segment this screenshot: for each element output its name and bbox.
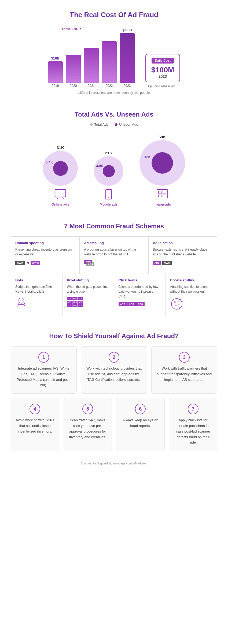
- fraud-card-bots: Bots Scripts that generate fake views, i…: [11, 274, 62, 316]
- svg-rect-0: [55, 189, 66, 197]
- fraud-card-pixel: Pixel stuffing When the ad gets placed i…: [62, 274, 114, 316]
- pixel-icon: ADS ADS ADS ADS ADS ADS ADS ADS ADS: [67, 297, 109, 307]
- daily-cost-panel: Daily Cost $100M 2023 Up from $44M in 20…: [145, 54, 180, 88]
- bar-2022: [102, 41, 117, 83]
- bar-year-2020: 2020: [70, 84, 77, 88]
- bar-wrap: $18B 2019: [48, 56, 63, 88]
- sources-note: Sources: trafficguard.ai, instapage.com,…: [0, 456, 228, 473]
- shield-num-6: 6: [135, 404, 146, 414]
- www-box-2: WWW: [31, 261, 40, 265]
- inapp-outer-label: 69K: [159, 135, 166, 139]
- fraud-bottom-grid: Bots Scripts that generate fake views, i…: [11, 274, 217, 316]
- clickfarms-icon: ADS ADS ADS: [119, 302, 161, 306]
- shield-card-5: 5 Scan traffic 24/7, make sure you have …: [64, 398, 112, 451]
- inapp-circle-container: 12K: [139, 140, 185, 186]
- ads-stack-box-2: ADS: [86, 262, 94, 266]
- online-outer-label: 31K: [57, 145, 64, 150]
- daily-cost-tag: Daily Cost: [152, 58, 174, 64]
- shield-bottom-grid: 4 Avoid working with SSPs that sell undi…: [11, 398, 217, 451]
- inapp-icon: [156, 189, 169, 201]
- injection-desc: Browser extensions that illegally place …: [153, 247, 213, 257]
- bots-title: Bots: [15, 278, 58, 282]
- clickfarms-desc: Clicks are performed by low-paid workers…: [119, 284, 161, 299]
- bots-desc: Scripts that generate fake views, instal…: [15, 284, 58, 294]
- bar-year-2023: 2023: [124, 84, 131, 88]
- pixel-title: Pixel stuffing: [67, 278, 109, 282]
- daily-cost-card: Daily Cost $100M 2023: [145, 54, 180, 82]
- stacking-icon: ADS ADS: [84, 260, 144, 269]
- bar-label-2023: $36 B: [123, 28, 132, 32]
- shield-text-6: Always keep an eye on fraud reports.: [121, 418, 160, 429]
- fraud-card-domain: Domain spoofing Presenting cheap invento…: [11, 237, 80, 274]
- chart-wrapper: 17.8% CAGR $18B 2019 2020: [48, 27, 135, 88]
- fraud-card-cookie: Cookie stuffing Attaching cookies to use…: [166, 274, 217, 316]
- ads-group-mobile: 21K 3.9K Mobile ads: [94, 151, 123, 206]
- injection-icon: ADS WWW: [153, 260, 213, 265]
- grid-cell: ADS: [78, 301, 83, 304]
- grid-cell: ADS: [72, 304, 78, 307]
- online-circle-outer: [43, 151, 78, 186]
- ads-triple-1: ADS: [119, 302, 127, 306]
- cookie-desc: Attaching cookies to users without their…: [170, 284, 213, 294]
- ads-group-online: 31K 5.4K Online ads: [43, 145, 78, 206]
- bar-label-2022: [109, 36, 110, 40]
- sources-text: Sources: trafficguard.ai, instapage.com,…: [81, 462, 148, 465]
- shield-num-7: 7: [188, 404, 198, 414]
- bar-wrap: 2021: [84, 43, 99, 88]
- fraud-card-injection: Ad injection Browser extensions that ill…: [149, 237, 217, 274]
- shield-card-1: 1 Integrate ad scanners IAS, White Ops, …: [11, 346, 77, 394]
- shield-num-1: 1: [38, 352, 49, 363]
- svg-line-17: [24, 304, 25, 307]
- cost-title: The Real Cost Of Ad Fraud: [16, 11, 212, 19]
- bar-year-2021: 2021: [88, 84, 95, 88]
- svg-point-26: [178, 304, 179, 305]
- legend-label-unseen: Unseen Ads: [119, 122, 138, 126]
- shield-card-3: 3 Work with traffic partners that suppor…: [151, 346, 217, 394]
- svg-line-16: [18, 304, 19, 307]
- mobile-circle-container: 3.9K: [94, 156, 123, 186]
- grid-cell: ADS: [72, 297, 78, 300]
- mobile-circle-inner: [103, 165, 115, 177]
- daily-cost-year: 2023: [151, 74, 174, 79]
- svg-rect-10: [163, 195, 166, 197]
- legend-unseen: Unseen Ads: [115, 122, 138, 126]
- svg-rect-8: [163, 191, 166, 194]
- shield-card-2: 2 Work with technology providers that us…: [81, 346, 147, 394]
- bar-wrap: 2020: [66, 50, 81, 88]
- triple-ads: ADS ADS ADS: [119, 302, 161, 306]
- fraud-card-stacking: Ad stacking A program adds a layer on to…: [80, 237, 148, 274]
- grid-cell: ADS: [78, 304, 83, 307]
- www-box-1: WWW: [15, 261, 25, 265]
- legend-label-total: Total Ads: [94, 122, 109, 126]
- shield-title: How To Shield Yourself Against Ad Fraud?: [11, 332, 217, 340]
- inapp-type-label: In-app ads: [153, 202, 171, 206]
- pixel-grid: ADS ADS ADS ADS ADS ADS ADS ADS ADS: [67, 297, 83, 307]
- shield-card-6: 6 Always keep an eye on fraud reports.: [116, 398, 165, 451]
- svg-rect-7: [159, 191, 162, 194]
- shield-text-1: Integrate ad scanners IAS, White Ops, TM…: [15, 366, 72, 388]
- shield-top-grid: 1 Integrate ad scanners IAS, White Ops, …: [11, 346, 217, 394]
- inapp-circle-outer: [139, 140, 185, 186]
- cookie-title: Cookie stuffing: [170, 278, 213, 282]
- grid-cell: ADS: [78, 297, 83, 300]
- cost-footnote: 18% of impressions are never seen by rea…: [16, 91, 212, 95]
- ads-title: Total Ads Vs. Unseen Ads: [16, 111, 212, 118]
- svg-point-23: [174, 301, 176, 303]
- fraud-title: 7 Most Common Fraud Schemes: [11, 222, 217, 230]
- bar-2019: [48, 61, 63, 83]
- mobile-inner-label: 3.9K: [96, 164, 103, 168]
- clickfarms-title: Click farms: [119, 278, 161, 282]
- ads-group-inapp: 69K 12K In-app ads: [139, 135, 185, 206]
- online-circle-inner: [53, 161, 68, 176]
- shield-num-4: 4: [30, 404, 40, 414]
- mobile-outer-label: 21K: [105, 151, 112, 155]
- grid-cell: ADS: [67, 297, 72, 300]
- bar-wrap: $36 B 2023: [120, 28, 135, 88]
- grid-cell: ADS: [72, 301, 78, 304]
- cookie-icon: [170, 297, 213, 312]
- svg-point-28: [179, 307, 180, 308]
- bars-container: $18B 2019 2020 2021: [48, 28, 135, 88]
- inapp-circle-inner: [152, 152, 173, 174]
- fraud-card-clickfarms: Click farms Clicks are performed by low-…: [114, 274, 166, 316]
- svg-point-11: [19, 298, 24, 303]
